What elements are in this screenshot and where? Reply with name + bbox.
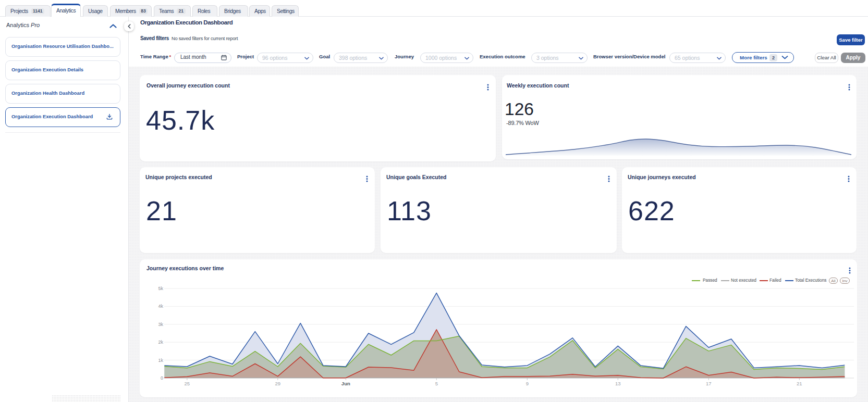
svg-text:4k: 4k xyxy=(158,304,163,309)
svg-text:13: 13 xyxy=(615,381,621,386)
svg-text:9: 9 xyxy=(526,381,529,386)
svg-text:29: 29 xyxy=(275,381,281,386)
svg-text:17: 17 xyxy=(706,381,712,386)
svg-text:2k: 2k xyxy=(158,340,163,345)
svg-text:21: 21 xyxy=(797,381,802,386)
svg-text:5: 5 xyxy=(435,381,438,386)
svg-text:5k: 5k xyxy=(158,286,163,291)
svg-text:3k: 3k xyxy=(158,322,163,327)
svg-text:0: 0 xyxy=(161,375,163,381)
svg-text:1k: 1k xyxy=(158,358,163,363)
svg-text:Jun: Jun xyxy=(341,381,350,386)
svg-text:25: 25 xyxy=(185,381,190,386)
